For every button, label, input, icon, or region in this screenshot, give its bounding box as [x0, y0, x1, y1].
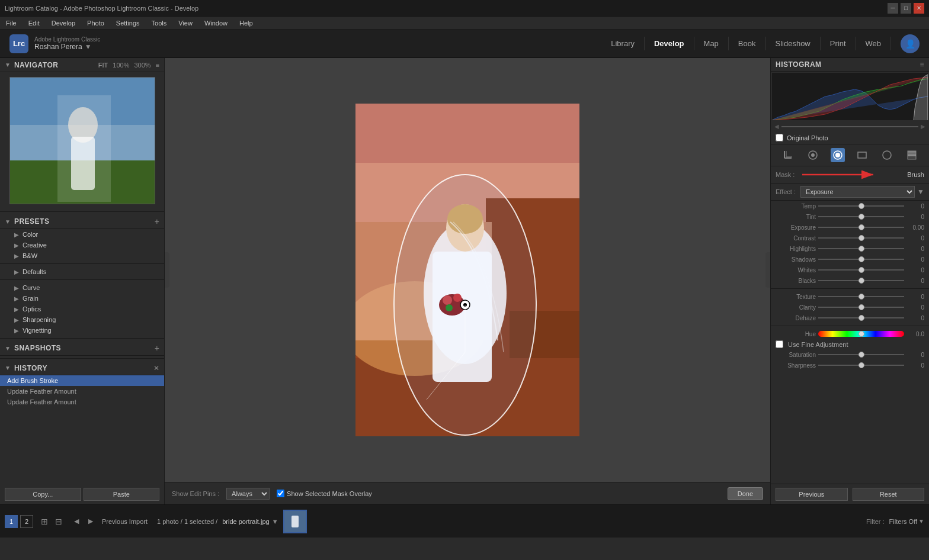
contrast-slider[interactable]: [818, 234, 904, 242]
film-filter-dropdown-icon[interactable]: ▼: [918, 518, 924, 524]
tint-slider[interactable]: [818, 213, 904, 221]
section-curve[interactable]: ▶ Curve: [0, 282, 164, 293]
photo-canvas[interactable]: [165, 58, 770, 482]
menu-photo[interactable]: Photo: [85, 18, 107, 28]
presets-add-icon[interactable]: +: [155, 217, 159, 226]
left-panel-toggle[interactable]: [165, 252, 169, 288]
paste-button[interactable]: Paste: [84, 488, 160, 501]
hue-slider[interactable]: [818, 330, 904, 338]
menu-develop[interactable]: Develop: [49, 18, 78, 28]
preset-creative[interactable]: ▶ Creative: [0, 240, 164, 250]
presets-header[interactable]: ▼ Presets +: [0, 214, 164, 229]
original-photo-checkbox[interactable]: [776, 134, 783, 141]
close-button[interactable]: ✕: [914, 3, 924, 14]
preset-color[interactable]: ▶ Color: [0, 229, 164, 240]
navigator-header[interactable]: ▼ Navigator FIT 100% 300% ≡: [0, 58, 164, 72]
menu-help[interactable]: Help: [237, 18, 255, 28]
film-prev-import-label[interactable]: Previous Import: [102, 518, 148, 525]
temp-slider[interactable]: [818, 202, 904, 210]
film-next-arrow[interactable]: ▶: [84, 515, 97, 528]
done-button[interactable]: Done: [728, 487, 763, 500]
linear-gradient-icon[interactable]: [905, 148, 919, 162]
nav-develop[interactable]: Develop: [645, 37, 694, 50]
user-dropdown-icon[interactable]: ▼: [85, 43, 92, 51]
main-photo: [355, 104, 579, 436]
film-prev-arrow[interactable]: ◀: [70, 515, 83, 528]
menu-window[interactable]: Window: [202, 18, 230, 28]
whites-slider[interactable]: [818, 266, 904, 274]
history-item-feather-1[interactable]: Update Feather Amount: [0, 386, 164, 397]
rectangle-mask-icon[interactable]: [855, 148, 869, 162]
film-compare-icon[interactable]: ⊟: [52, 515, 65, 528]
show-edit-pins-dropdown[interactable]: Always Selected Never: [226, 488, 270, 500]
snapshots-header[interactable]: ▼ Snapshots +: [0, 341, 164, 356]
nav-web[interactable]: Web: [856, 37, 892, 50]
user-name: Roshan Perera ▼: [34, 43, 100, 51]
film-filename[interactable]: bride portrait.jpg ▼: [222, 518, 278, 525]
menu-settings[interactable]: Settings: [114, 18, 142, 28]
nav-slideshow[interactable]: Slideshow: [766, 37, 821, 50]
nav-print[interactable]: Print: [821, 37, 856, 50]
nav-300-btn[interactable]: 300%: [134, 62, 150, 69]
preset-defaults[interactable]: ▶ Defaults: [0, 266, 164, 277]
nav-map[interactable]: Map: [694, 37, 729, 50]
radial-tool-icon[interactable]: [806, 148, 820, 162]
effect-select[interactable]: Exposure Color Detail: [800, 186, 915, 198]
history-header[interactable]: ▼ History ✕: [0, 361, 164, 375]
nav-library[interactable]: Library: [601, 37, 645, 50]
film-filter-value[interactable]: Filters Off ▼: [889, 518, 924, 525]
section-vignetting[interactable]: ▶ Vignetting: [0, 325, 164, 336]
radial-gradient-icon[interactable]: [880, 148, 894, 162]
menu-view[interactable]: View: [176, 18, 195, 28]
film-num-1[interactable]: 1: [5, 515, 18, 528]
section-optics[interactable]: ▶ Optics: [0, 304, 164, 314]
film-filename-dropdown-icon[interactable]: ▼: [272, 518, 278, 525]
previous-button[interactable]: Previous: [776, 488, 848, 501]
section-sharpening[interactable]: ▶ Sharpening: [0, 314, 164, 325]
preset-defaults-label: Defaults: [23, 268, 46, 275]
right-panel-toggle[interactable]: [765, 252, 770, 288]
spot-removal-icon[interactable]: [831, 148, 845, 162]
module-nav: Library Develop Map Book Slideshow Print…: [601, 37, 891, 50]
show-edit-pins-select[interactable]: Always Selected Never: [226, 488, 270, 500]
history-item-add-brush[interactable]: Add Brush Stroke: [0, 375, 164, 386]
saturation-slider[interactable]: [818, 350, 904, 359]
nav-100-btn[interactable]: 100%: [113, 62, 129, 69]
reset-button[interactable]: Reset: [853, 488, 925, 501]
film-grid-icon[interactable]: ⊞: [38, 515, 51, 528]
film-thumbnail[interactable]: [283, 510, 307, 533]
user-avatar[interactable]: 👤: [901, 34, 920, 53]
film-num-2[interactable]: 2: [20, 515, 33, 528]
snapshots-add-icon[interactable]: +: [155, 343, 159, 353]
texture-slider[interactable]: [818, 292, 904, 301]
sharpness-slider[interactable]: [818, 361, 904, 369]
copy-button[interactable]: Copy...: [5, 488, 81, 501]
histogram-menu-icon[interactable]: ≡: [920, 60, 924, 69]
menu-edit[interactable]: Edit: [26, 18, 42, 28]
section-grain[interactable]: ▶ Grain: [0, 293, 164, 304]
effect-dropdown-icon[interactable]: ▼: [917, 188, 924, 196]
blacks-slider[interactable]: [818, 276, 904, 285]
crop-tool-icon[interactable]: [781, 148, 795, 162]
maximize-button[interactable]: □: [901, 3, 911, 14]
highlights-slider[interactable]: [818, 244, 904, 253]
clarity-slider[interactable]: [818, 303, 904, 311]
menu-file[interactable]: File: [4, 18, 19, 28]
preset-bw[interactable]: ▶ B&W: [0, 250, 164, 261]
tint-value: 0: [906, 214, 924, 220]
optics-arrow-icon: ▶: [14, 306, 19, 313]
menu-tools[interactable]: Tools: [149, 18, 169, 28]
dehaze-slider[interactable]: [818, 314, 904, 322]
shadows-slider[interactable]: [818, 255, 904, 263]
fine-adjustment-checkbox[interactable]: [776, 340, 783, 348]
navigator-menu-icon[interactable]: ≡: [156, 62, 159, 69]
show-mask-overlay-checkbox[interactable]: [277, 490, 284, 497]
history-item-feather-2[interactable]: Update Feather Amount: [0, 397, 164, 407]
exposure-slider[interactable]: [818, 223, 904, 231]
nav-fit-btn[interactable]: FIT: [98, 62, 108, 69]
show-mask-overlay-label[interactable]: Show Selected Mask Overlay: [277, 490, 372, 497]
minimize-button[interactable]: ─: [888, 3, 898, 14]
navigator-preview[interactable]: [9, 77, 155, 204]
history-close-icon[interactable]: ✕: [153, 364, 159, 372]
nav-book[interactable]: Book: [729, 37, 766, 50]
